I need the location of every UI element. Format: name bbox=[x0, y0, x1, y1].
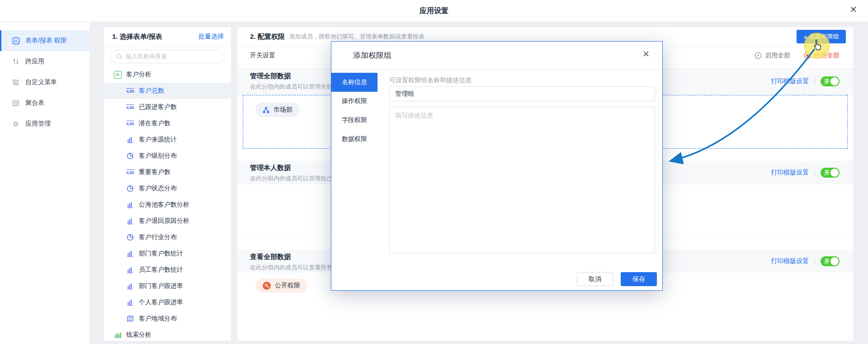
permission-title: 2. 配置权限 bbox=[250, 33, 285, 41]
sidebar-item-聚合表[interactable]: 聚合表 bbox=[0, 93, 90, 113]
aggregate-table-icon bbox=[12, 99, 20, 107]
tree-item-部门客户跟进率[interactable]: 部门客户跟进率 bbox=[104, 278, 231, 294]
modal-tab-字段权限[interactable]: 字段权限 bbox=[331, 111, 377, 130]
sidebar-item-label: 应用管理 bbox=[25, 120, 51, 128]
save-button[interactable]: 保存 bbox=[621, 272, 657, 286]
tree-label: 客户退回原因分析 bbox=[139, 217, 189, 225]
tree-label: 客户级别分布 bbox=[139, 152, 177, 160]
separator: | bbox=[814, 258, 816, 265]
key-icon bbox=[263, 282, 271, 290]
tree-group-客户分析[interactable]: A客户分析 bbox=[104, 66, 231, 83]
toggle-on-label: 开 bbox=[824, 170, 830, 176]
tree-label: 客户地域分布 bbox=[139, 315, 177, 323]
tree-group-线索分析[interactable]: 线索分析 bbox=[104, 327, 231, 341]
modal-tab-名称信息[interactable]: 名称信息 bbox=[331, 73, 377, 92]
member-tag-label: 市场部 bbox=[274, 106, 292, 114]
bar-chart-icon bbox=[126, 201, 135, 208]
tree-item-客户退回原因分析[interactable]: 客户退回原因分析 bbox=[104, 213, 231, 229]
tree-item-部门客户数统计[interactable]: 部门客户数统计 bbox=[104, 245, 231, 262]
section-controls: 打印模版设置|开 bbox=[771, 168, 840, 178]
modal-close-icon[interactable]: ✕ bbox=[642, 50, 650, 58]
tree-item-客户来源统计[interactable]: 客户来源统计 bbox=[104, 132, 231, 148]
tree-item-公海池客户数分析[interactable]: 公海池客户数分析 bbox=[104, 197, 231, 213]
tree-item-客户地域分布[interactable]: 客户地域分布 bbox=[104, 311, 231, 327]
group-name-input[interactable] bbox=[389, 86, 655, 101]
separator: | bbox=[814, 78, 816, 85]
on-off-toggle[interactable]: 开 bbox=[821, 256, 840, 266]
print-template-link[interactable]: 打印模版设置 bbox=[771, 169, 809, 177]
sidebar-item-label: 自定义菜单 bbox=[25, 78, 57, 86]
tree-item-客户行业分布[interactable]: 客户行业分布 bbox=[104, 229, 231, 245]
modal-tab-数据权限[interactable]: 数据权限 bbox=[331, 130, 377, 149]
enable-all-button[interactable]: 启用全部 bbox=[755, 52, 790, 60]
bar-chart-icon bbox=[126, 299, 135, 306]
add-permission-group-modal: 添加权限组 ✕ 名称信息操作权限字段权限数据权限 可设置权限组名称和描述信息 取… bbox=[331, 41, 663, 291]
tree-item-重要客户数[interactable]: 4,80重要客户数 bbox=[104, 164, 231, 180]
sidebar-item-表单/报表 权限[interactable]: 表单/报表 权限 bbox=[0, 30, 90, 51]
sidebar-item-跨应用[interactable]: 跨应用 bbox=[0, 51, 90, 72]
toggle-on-label: 开 bbox=[824, 258, 830, 264]
bar-chart-icon bbox=[126, 136, 135, 143]
print-template-link[interactable]: 打印模版设置 bbox=[771, 257, 809, 265]
modal-tab-操作权限[interactable]: 操作权限 bbox=[331, 92, 377, 111]
toggle-knob bbox=[830, 257, 839, 265]
group-desc-textarea[interactable] bbox=[389, 107, 655, 253]
modal-tab-list: 名称信息操作权限字段权限数据权限 bbox=[331, 70, 377, 149]
map-icon bbox=[126, 315, 135, 322]
bar-chart-icon bbox=[126, 250, 135, 257]
tree-label: 客户分析 bbox=[126, 71, 151, 79]
custom-menu-icon bbox=[12, 78, 20, 86]
tree-label: 客户来源统计 bbox=[139, 136, 177, 144]
tree-label: 重要客户数 bbox=[139, 168, 170, 176]
member-tag-市场部[interactable]: 市场部 bbox=[255, 103, 300, 117]
app-manage-icon: ⚙ bbox=[12, 120, 20, 128]
sidebar-item-应用管理[interactable]: ⚙应用管理 bbox=[0, 113, 90, 134]
cross-app-icon bbox=[12, 57, 20, 66]
org-tree-icon bbox=[263, 107, 269, 113]
metric-icon: 4,80 bbox=[126, 170, 135, 175]
tree-label: 客户行业分布 bbox=[139, 233, 177, 241]
print-template-link[interactable]: 打印模版设置 bbox=[771, 77, 809, 85]
tree-item-客户总数[interactable]: 4,80客户总数 bbox=[104, 83, 231, 99]
new-permission-group-label: 新建权限组 bbox=[810, 33, 839, 41]
tree-item-客户级别分布[interactable]: 客户级别分布 bbox=[104, 148, 231, 164]
modal-hint-text: 可设置权限组名称和描述信息 bbox=[389, 76, 472, 85]
metric-icon: 4,80 bbox=[126, 104, 135, 110]
disable-all-label: 停用全部 bbox=[814, 52, 840, 60]
sidebar-item-label: 表单/报表 权限 bbox=[25, 37, 67, 45]
tree-label: 已跟进客户数 bbox=[139, 103, 177, 111]
permission-subtitle: 添加成员，授权他们填写、管理表单数据或查看报表 bbox=[289, 33, 425, 41]
sidebar-item-label: 聚合表 bbox=[25, 99, 44, 107]
disable-all-button[interactable]: 停用全部 bbox=[804, 52, 840, 60]
search-placeholder: 输入名称来搜索 bbox=[126, 52, 167, 61]
search-input[interactable]: 输入名称来搜索 bbox=[110, 50, 225, 63]
close-icon[interactable]: ✕ bbox=[849, 5, 857, 14]
metric-icon: 4,80 bbox=[126, 121, 135, 127]
cancel-button[interactable]: 取消 bbox=[577, 272, 613, 286]
tree-item-潜在客户数[interactable]: 4,80潜在客户数 bbox=[104, 115, 231, 132]
enable-all-label: 启用全部 bbox=[765, 52, 790, 60]
tree-label: 公海池客户数分析 bbox=[139, 201, 189, 209]
modal-header: 添加权限组 ✕ bbox=[331, 42, 662, 70]
on-off-toggle[interactable]: 开 bbox=[821, 168, 840, 178]
tree-item-客户状态分布[interactable]: 客户状态分布 bbox=[104, 180, 231, 197]
pie-chart-icon bbox=[126, 185, 135, 192]
tree-label: 潜在客户数 bbox=[139, 119, 170, 127]
tree-item-已跟进客户数[interactable]: 4,80已跟进客户数 bbox=[104, 99, 231, 115]
toggle-knob bbox=[830, 169, 839, 177]
member-tag-公开权限[interactable]: 公开权限 bbox=[255, 278, 307, 293]
tree-label: 员工客户数统计 bbox=[139, 266, 183, 274]
page-title: 应用设置 bbox=[0, 6, 868, 16]
tree-item-员工客户数统计[interactable]: 员工客户数统计 bbox=[104, 262, 231, 278]
on-off-toggle[interactable]: 开 bbox=[821, 76, 840, 86]
tree-item-个人客户跟进率[interactable]: 个人客户跟进率 bbox=[104, 294, 231, 311]
bar-chart-icon bbox=[126, 217, 135, 225]
new-permission-group-button[interactable]: + 新建权限组 bbox=[797, 30, 846, 43]
stop-circle-icon bbox=[804, 52, 811, 59]
sidebar-item-自定义菜单[interactable]: 自定义菜单 bbox=[0, 72, 90, 93]
separator: | bbox=[814, 169, 816, 176]
toggle-knob bbox=[830, 77, 839, 85]
batch-select-link[interactable]: 批量选择 bbox=[198, 33, 224, 41]
tree-label: 客户总数 bbox=[139, 87, 164, 95]
member-tag-label: 公开权限 bbox=[275, 282, 300, 290]
